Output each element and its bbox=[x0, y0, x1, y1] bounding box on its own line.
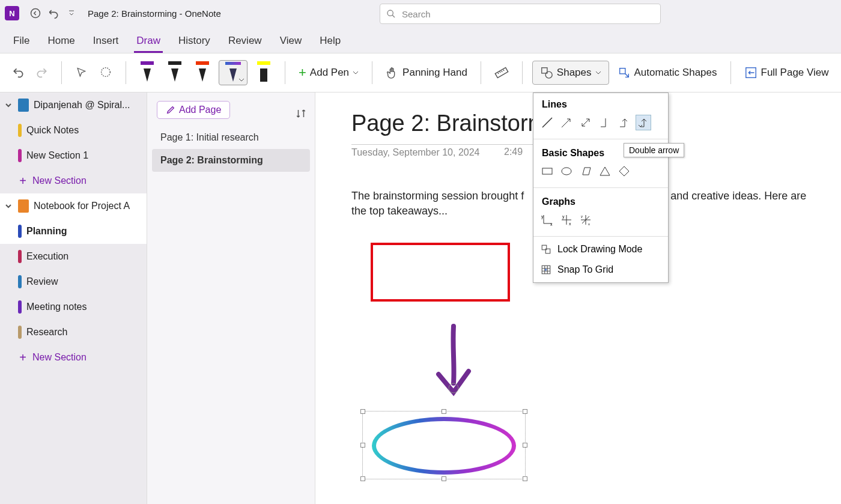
panning-hand-button[interactable]: Panning Hand bbox=[382, 61, 471, 85]
shape-rect[interactable] bbox=[539, 163, 555, 179]
shape-ellipse[interactable] bbox=[372, 417, 516, 475]
svg-line-10 bbox=[562, 119, 570, 127]
shape-double-arrow-diag[interactable] bbox=[578, 115, 594, 130]
svg-point-5 bbox=[545, 71, 552, 78]
lock-drawing-mode[interactable]: Lock Drawing Mode bbox=[533, 239, 668, 260]
section-research[interactable]: Research bbox=[0, 320, 147, 345]
menu-history[interactable]: History bbox=[176, 31, 213, 53]
new-section-1[interactable]: +New Section bbox=[0, 168, 147, 193]
graph-3d[interactable]: yx bbox=[578, 212, 594, 228]
svg-rect-12 bbox=[542, 168, 552, 174]
section-new-section-1[interactable]: New Section 1 bbox=[0, 143, 147, 168]
svg-text:y: y bbox=[562, 214, 565, 219]
add-pen-button[interactable]: +Add Pen bbox=[295, 61, 362, 85]
svg-text:x: x bbox=[569, 222, 571, 226]
new-section-2[interactable]: +New Section bbox=[0, 345, 147, 370]
snap-to-grid[interactable]: Snap To Grid bbox=[533, 260, 668, 280]
highlighter-yellow[interactable] bbox=[252, 60, 275, 85]
undo-button[interactable] bbox=[44, 4, 62, 22]
svg-point-0 bbox=[31, 9, 40, 18]
menu-review[interactable]: Review bbox=[226, 31, 264, 53]
qat-dropdown[interactable] bbox=[62, 4, 80, 22]
lasso-tool[interactable] bbox=[96, 61, 116, 85]
section-quick-notes[interactable]: Quick Notes bbox=[0, 118, 147, 143]
shape-parallelogram[interactable] bbox=[578, 163, 594, 179]
shape-arrow[interactable] bbox=[559, 115, 574, 130]
menu-insert[interactable]: Insert bbox=[91, 31, 121, 53]
section-meeting-notes[interactable]: Meeting notes bbox=[0, 294, 147, 320]
svg-rect-3 bbox=[495, 68, 508, 78]
shape-line[interactable] bbox=[539, 115, 555, 130]
add-page-button[interactable]: Add Page bbox=[157, 101, 230, 119]
automatic-shapes-button[interactable]: Automatic Shapes bbox=[614, 61, 721, 85]
page-time: 2:49 bbox=[504, 147, 523, 157]
notebook-header-1[interactable]: Dipanjenah @ Spiral... bbox=[0, 93, 147, 118]
ink-arrow[interactable] bbox=[430, 323, 478, 401]
pen-red[interactable] bbox=[191, 60, 214, 85]
svg-text:y: y bbox=[581, 214, 583, 218]
page-item-2[interactable]: Page 2: Brainstorming bbox=[152, 149, 310, 172]
menu-home[interactable]: Home bbox=[45, 31, 77, 53]
ruler-button[interactable] bbox=[491, 61, 512, 85]
pen-black[interactable] bbox=[136, 60, 159, 85]
shape-triangle[interactable] bbox=[597, 163, 613, 179]
graph-cross[interactable]: yx bbox=[559, 212, 574, 228]
dd-category-lines: Lines bbox=[533, 93, 668, 112]
full-page-view-button[interactable]: Full Page View bbox=[741, 61, 833, 85]
svg-rect-6 bbox=[619, 68, 625, 74]
undo-ribbon[interactable] bbox=[8, 61, 28, 85]
section-review[interactable]: Review bbox=[0, 269, 147, 294]
svg-line-11 bbox=[582, 119, 589, 126]
page-item-1[interactable]: Page 1: Initial research bbox=[147, 126, 315, 149]
app-icon: N bbox=[5, 6, 19, 20]
back-button[interactable] bbox=[26, 4, 44, 22]
sort-pages-button[interactable] bbox=[296, 108, 306, 121]
search-placeholder: Search bbox=[402, 9, 431, 19]
redo-ribbon[interactable] bbox=[32, 61, 52, 85]
svg-point-13 bbox=[562, 168, 571, 175]
shapes-button[interactable]: Shapes bbox=[532, 61, 609, 85]
section-execution[interactable]: Execution bbox=[0, 244, 147, 269]
shape-rectangle[interactable] bbox=[371, 243, 510, 302]
svg-text:x: x bbox=[588, 222, 590, 226]
select-tool[interactable] bbox=[71, 61, 91, 85]
main-area: Dipanjenah @ Spiral... Quick Notes New S… bbox=[0, 93, 841, 504]
menu-draw[interactable]: Draw bbox=[134, 31, 163, 53]
svg-line-9 bbox=[542, 118, 552, 127]
shape-oval[interactable] bbox=[559, 163, 574, 179]
shape-elbow-arrow[interactable] bbox=[616, 115, 632, 130]
svg-point-1 bbox=[387, 10, 393, 16]
svg-point-2 bbox=[102, 68, 111, 77]
ribbon: +Add Pen Panning Hand Shapes Automatic S… bbox=[0, 53, 841, 93]
pen-dark[interactable] bbox=[163, 60, 186, 85]
shape-diamond[interactable] bbox=[616, 163, 632, 179]
svg-text:x: x bbox=[550, 222, 553, 226]
dd-category-graphs: Graphs bbox=[533, 190, 668, 210]
notebook-header-2[interactable]: Notebook for Project A bbox=[0, 193, 147, 219]
window-title: Page 2: Brainstorming - OneNote bbox=[88, 8, 221, 19]
search-input[interactable]: Search bbox=[380, 4, 661, 24]
tooltip-double-arrow: Double arrow bbox=[624, 143, 684, 157]
svg-text:y: y bbox=[541, 214, 544, 219]
shapes-dropdown: Lines Basic Shapes Graphs yx yx yx Lock … bbox=[533, 93, 669, 283]
pages-pane: Add Page Page 1: Initial research Page 2… bbox=[147, 93, 315, 504]
section-planning[interactable]: Planning bbox=[0, 219, 147, 244]
shape-elbow[interactable] bbox=[597, 115, 613, 130]
notebook-pane: Dipanjenah @ Spiral... Quick Notes New S… bbox=[0, 93, 147, 504]
menu-file[interactable]: File bbox=[11, 31, 32, 53]
pen-galaxy[interactable] bbox=[219, 60, 247, 85]
shape-elbow-double-arrow[interactable] bbox=[636, 115, 651, 130]
graph-xy[interactable]: yx bbox=[539, 212, 555, 228]
menu-view[interactable]: View bbox=[278, 31, 305, 53]
menu-bar: File Home Insert Draw History Review Vie… bbox=[0, 26, 841, 53]
menu-help[interactable]: Help bbox=[317, 31, 343, 53]
